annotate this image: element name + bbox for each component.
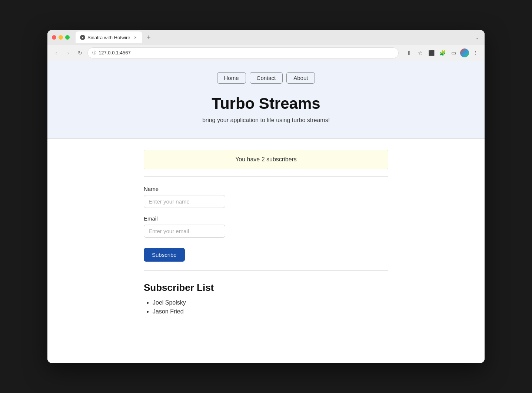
address-input[interactable]: ⓘ 127.0.0.1:4567 [87, 47, 399, 58]
list-item: Joel Spolsky [153, 299, 388, 306]
name-label: Name [144, 186, 388, 192]
name-field-group: Name [144, 186, 388, 208]
address-bar: ‹ › ↻ ⓘ 127.0.0.1:4567 ⬆ ☆ ⬛ 🧩 ▭ ⋮ [47, 45, 485, 61]
nav-contact[interactable]: Contact [250, 72, 283, 84]
subscribers-banner: You have 2 subscribers [144, 150, 388, 169]
sidebar-icon[interactable]: ▭ [449, 48, 458, 57]
name-input[interactable] [144, 195, 225, 208]
nav-links: Home Contact About [55, 72, 477, 84]
list-item: Jason Fried [153, 308, 388, 315]
puzzle-icon[interactable]: 🧩 [438, 48, 447, 57]
email-field-group: Email [144, 215, 388, 238]
nav-home[interactable]: Home [217, 72, 246, 84]
url-display: 127.0.0.1:4567 [99, 50, 131, 56]
chevron-down-icon[interactable]: ⌄ [474, 34, 480, 40]
browser-window: ● Sinatra with Hotwire ✕ + ⌄ ‹ › ↻ ⓘ 127… [47, 30, 485, 363]
tab-area: ● Sinatra with Hotwire ✕ + [76, 31, 471, 43]
tab-favicon-icon: ● [80, 35, 85, 40]
main-content: You have 2 subscribers Name Email Subscr… [136, 139, 396, 328]
form-bottom-divider [144, 271, 388, 271]
lock-icon: ⓘ [92, 50, 96, 56]
subscriber-list-title: Subscriber List [144, 282, 388, 293]
nav-about[interactable]: About [286, 72, 315, 84]
page-content: Home Contact About Turbo Streams bring y… [47, 61, 485, 363]
browser-tab[interactable]: ● Sinatra with Hotwire ✕ [76, 31, 142, 43]
subscribe-form: Name Email Subscribe [144, 186, 388, 271]
share-icon[interactable]: ⬆ [405, 48, 413, 57]
title-bar: ● Sinatra with Hotwire ✕ + ⌄ [47, 30, 485, 45]
extensions-icon[interactable]: ⬛ [427, 48, 436, 57]
site-header: Home Contact About Turbo Streams bring y… [47, 61, 485, 139]
refresh-button[interactable]: ↻ [76, 48, 84, 57]
subscriber-list: Joel Spolsky Jason Fried [144, 299, 388, 315]
tab-title: Sinatra with Hotwire [87, 35, 130, 40]
subscribe-button[interactable]: Subscribe [144, 248, 185, 262]
back-button[interactable]: ‹ [52, 48, 61, 57]
form-top-divider [144, 177, 388, 177]
profile-avatar[interactable] [460, 48, 469, 57]
new-tab-button[interactable]: + [144, 32, 154, 43]
email-label: Email [144, 215, 388, 222]
title-bar-controls: ⌄ [474, 34, 480, 40]
traffic-lights [52, 35, 70, 40]
close-button[interactable] [52, 35, 56, 40]
page-subtitle: bring your application to life using tur… [55, 117, 477, 124]
star-icon[interactable]: ☆ [416, 48, 425, 57]
toolbar-icons: ⬆ ☆ ⬛ 🧩 ▭ ⋮ [405, 48, 480, 57]
tab-close-icon[interactable]: ✕ [133, 35, 138, 40]
maximize-button[interactable] [65, 35, 70, 40]
forward-button[interactable]: › [64, 48, 73, 57]
menu-icon[interactable]: ⋮ [471, 48, 480, 57]
email-input[interactable] [144, 225, 225, 238]
minimize-button[interactable] [59, 35, 63, 40]
page-title: Turbo Streams [55, 95, 477, 112]
